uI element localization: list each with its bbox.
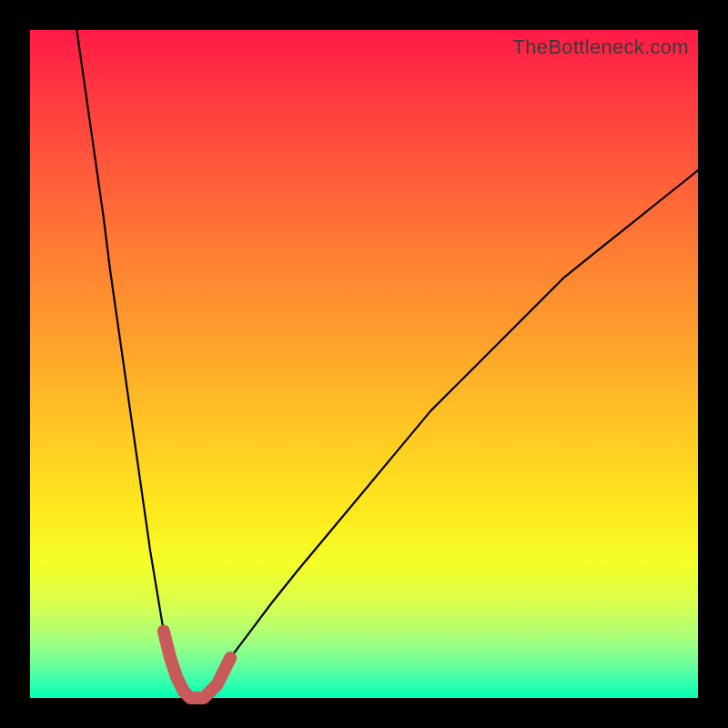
- chart-frame: TheBottleneck.com: [0, 0, 728, 728]
- bottleneck-curve: [76, 30, 698, 698]
- plot-area: TheBottleneck.com: [30, 30, 698, 698]
- chart-svg: [30, 30, 698, 698]
- marker-region: [164, 632, 230, 698]
